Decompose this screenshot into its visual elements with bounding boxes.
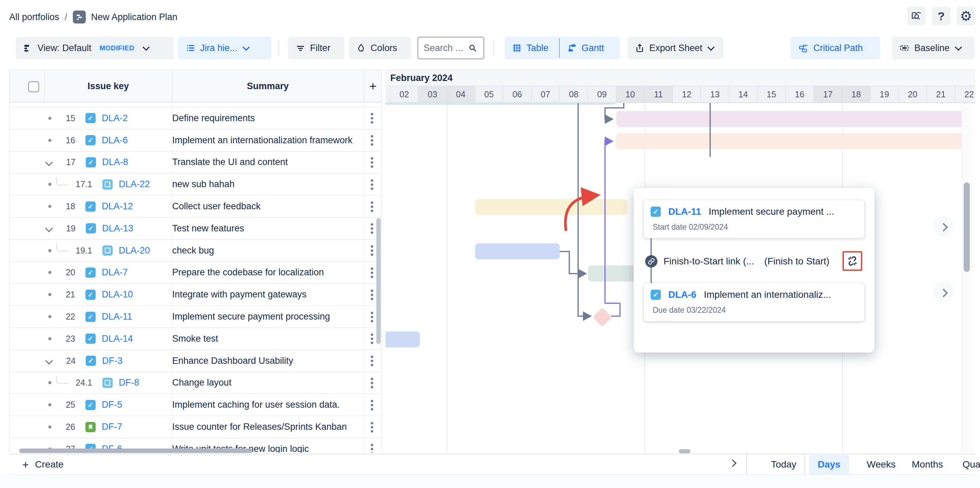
table-row[interactable]: 23✓DLA-14Smoke test••• (10, 328, 382, 350)
expand-panel-chevron[interactable] (729, 459, 737, 467)
scroll-to-bar-button[interactable] (933, 216, 954, 237)
day-cell: 13 (701, 86, 729, 102)
colors-button[interactable]: Colors (349, 37, 411, 59)
row-dot-icon (48, 315, 51, 318)
scroll-to-bar-button[interactable] (933, 282, 954, 302)
settings-button[interactable]: ⚙ (957, 7, 975, 25)
row-menu-button[interactable]: ••• (367, 289, 377, 301)
breadcrumb-all-portfolios[interactable]: All portfolios (9, 12, 59, 22)
collapse-chevron-icon[interactable] (45, 159, 53, 167)
hierarchy-selector-button[interactable]: Jira hie... (178, 37, 271, 59)
issue-key-link[interactable]: DLA-20 (119, 245, 150, 256)
gantt-chart-area[interactable]: ✓ DLA-11 Implement secure payment ... St… (385, 103, 962, 452)
row-menu-button[interactable]: ••• (367, 332, 377, 345)
issue-key-link[interactable]: DLA-8 (102, 157, 128, 167)
row-menu-button[interactable]: ••• (367, 354, 377, 367)
issue-key-link[interactable]: DLA-6 (102, 135, 128, 146)
row-number: 19.1 (71, 246, 92, 256)
timescale-days-active[interactable]: Days (809, 455, 850, 474)
baseline-button[interactable]: Baseline (892, 37, 975, 59)
table-row[interactable]: 26DF-7Issue counter for Releases/Sprints… (10, 416, 382, 438)
issue-key-link[interactable]: DLA-11 (102, 312, 132, 322)
column-header-summary[interactable]: Summary (172, 70, 364, 102)
task-type-icon: ✓ (86, 157, 96, 167)
table-row[interactable]: 16✓DLA-6Implement an internationalizatio… (10, 130, 382, 152)
table-row[interactable]: 24✓DF-3Enhance Dashboard Usability••• (10, 350, 382, 372)
gantt-bar-row-above-viewport[interactable] (385, 103, 616, 105)
issue-key-link[interactable]: DF-3 (102, 356, 123, 366)
export-sheet-button[interactable]: Export Sheet (627, 37, 724, 59)
issue-key-link[interactable]: DLA-7 (102, 267, 128, 278)
gantt-bar-DLA-6[interactable] (616, 133, 962, 149)
filter-icon (296, 43, 305, 53)
today-button[interactable]: Today (767, 454, 801, 475)
row-menu-button[interactable]: ••• (367, 443, 377, 453)
issue-key-link[interactable]: DF-5 (102, 399, 122, 410)
gantt-bar-DLA-12[interactable] (475, 199, 627, 215)
gantt-bar-DLA-2[interactable] (616, 111, 962, 127)
row-menu-button[interactable]: ••• (367, 244, 377, 257)
table-row[interactable]: 17✓DLA-8Translate the UI and content••• (10, 152, 382, 174)
table-row[interactable]: 21✓DLA-10Integrate with payment gateways… (10, 284, 382, 306)
row-menu-button[interactable]: ••• (367, 200, 377, 213)
table-vertical-scrollbar[interactable] (376, 218, 381, 344)
gantt-vertical-scrollbar-thumb[interactable] (964, 183, 970, 272)
table-view-toggle[interactable]: Table (504, 37, 559, 59)
issue-key-link[interactable]: DLA-22 (119, 179, 150, 189)
table-horizontal-scrollbar[interactable] (19, 448, 253, 453)
issue-key-link[interactable]: DF-8 (119, 377, 139, 388)
source-issue-key[interactable]: DLA-11 (668, 206, 701, 217)
search-input[interactable]: Search ... (417, 37, 484, 59)
help-button[interactable]: ? (932, 7, 950, 25)
table-row[interactable]: 18✓DLA-12Collect user feedback••• (10, 196, 382, 218)
table-row[interactable]: 24.1❏DF-8Change layout••• (10, 372, 382, 394)
row-menu-button[interactable]: ••• (367, 178, 377, 191)
table-row[interactable]: 20✓DLA-7Prepare the codebase for localiz… (10, 262, 382, 284)
gantt-bar-DLA-7[interactable] (588, 265, 640, 281)
issue-key-link[interactable]: DLA-2 (102, 113, 128, 124)
row-menu-button[interactable]: ••• (367, 399, 377, 411)
issue-key-link[interactable]: DLA-14 (102, 334, 133, 344)
row-menu-button[interactable]: ••• (367, 222, 377, 234)
issue-key-link[interactable]: DLA-13 (102, 223, 134, 234)
select-all-checkbox[interactable] (28, 81, 39, 92)
row-menu-button[interactable]: ••• (367, 421, 377, 433)
critical-path-button[interactable]: Critical Path (791, 37, 880, 59)
unlink-icon[interactable] (846, 255, 858, 267)
row-menu-button[interactable]: ••• (367, 156, 377, 168)
issue-key-link[interactable]: DLA-10 (102, 289, 133, 300)
link-source-card[interactable]: ✓ DLA-11 Implement secure payment ... St… (644, 200, 864, 238)
milestone-DLA-11[interactable] (592, 308, 612, 327)
gantt-bar-DLA-14[interactable] (385, 331, 420, 347)
issue-key-link[interactable]: DLA-12 (102, 201, 133, 212)
gantt-vertical-scrollbar-track[interactable] (962, 103, 972, 452)
target-issue-key[interactable]: DLA-6 (668, 289, 696, 300)
add-column-button[interactable]: + (364, 70, 382, 102)
gantt-view-toggle[interactable]: Gantt (560, 37, 620, 59)
row-menu-button[interactable]: ••• (367, 112, 377, 124)
timescale-quarters[interactable]: Quarters (955, 454, 980, 475)
table-row[interactable]: 19.1❏DLA-20check bug••• (10, 240, 382, 262)
create-button[interactable]: + Create (22, 454, 64, 475)
table-row[interactable]: 19✓DLA-13Test new features••• (10, 218, 382, 240)
row-menu-button[interactable]: ••• (367, 311, 377, 323)
collapse-chevron-icon[interactable] (45, 225, 53, 232)
table-row[interactable]: 25✓DF-5Implement caching for user sessio… (10, 394, 382, 416)
link-target-card[interactable]: ✓ DLA-6 Implement an internationaliz... … (644, 283, 864, 321)
timescale-months[interactable]: Months (904, 454, 951, 475)
table-row[interactable]: 15✓DLA-2Define requirements••• (10, 108, 382, 130)
timescale-weeks[interactable]: Weeks (859, 454, 904, 475)
row-menu-button[interactable]: ••• (367, 134, 377, 146)
table-row[interactable]: 22✓DLA-11Implement secure payment proces… (10, 306, 382, 328)
documentation-search-button[interactable] (907, 7, 926, 25)
issue-key-link[interactable]: DF-7 (102, 422, 122, 432)
gantt-horizontal-scrollbar[interactable] (679, 449, 690, 453)
table-row[interactable]: 17.1❏DLA-22new sub hahah••• (10, 173, 382, 196)
view-selector-button[interactable]: View: Default MODIFIED (16, 37, 173, 59)
column-header-issue-key[interactable]: Issue key (45, 70, 172, 102)
gantt-bar-DLA-20[interactable] (475, 243, 560, 259)
filter-button[interactable]: Filter (288, 37, 344, 59)
row-menu-button[interactable]: ••• (367, 267, 377, 279)
row-menu-button[interactable]: ••• (367, 377, 377, 389)
collapse-chevron-icon[interactable] (45, 357, 53, 365)
